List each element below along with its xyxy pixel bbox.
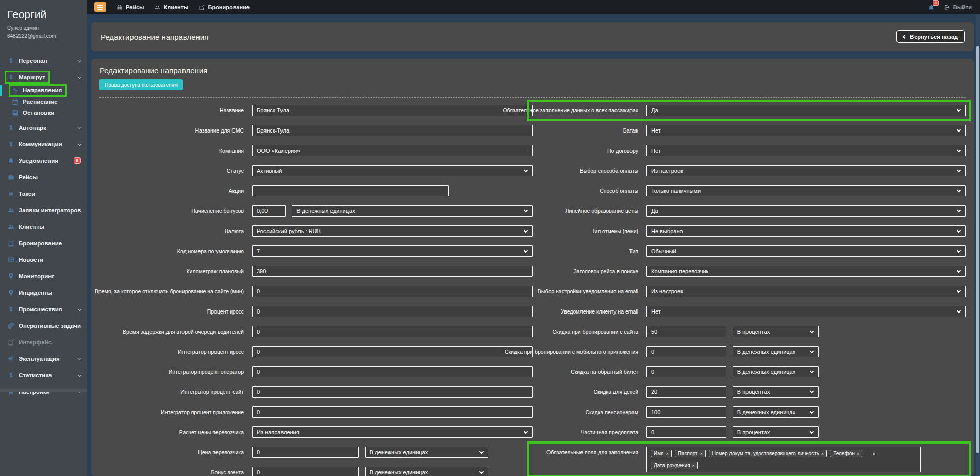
topbar-item[interactable]: Клиенты xyxy=(154,4,188,10)
sidebar-item-inner: Остановки xyxy=(11,109,57,118)
remove-tag-icon[interactable]: × xyxy=(666,451,668,456)
sidebar-item-label: Происшествия xyxy=(19,306,62,313)
select[interactable]: Только наличными xyxy=(646,185,966,196)
dashed-divider xyxy=(99,97,966,98)
select[interactable]: В денежных единицах xyxy=(365,467,488,476)
form-row: Способ оплатыТолько наличными xyxy=(533,185,966,196)
topbar-item[interactable]: Рейсы xyxy=(117,4,144,10)
sidebar-item[interactable]: Статистика xyxy=(0,368,87,383)
select[interactable]: В денежных единицах xyxy=(733,406,819,418)
text-input[interactable] xyxy=(252,386,533,398)
form-row: Время задержки для второй очереди водите… xyxy=(99,326,533,337)
select[interactable]: Нет xyxy=(646,306,966,317)
chevron-down-icon xyxy=(479,450,484,454)
select[interactable]: Да xyxy=(646,105,966,116)
select[interactable]: Из настроек xyxy=(646,286,966,297)
text-input[interactable] xyxy=(252,306,533,317)
text-input[interactable] xyxy=(252,125,533,136)
sidebar-item[interactable]: Коммуникации xyxy=(0,137,87,152)
text-input[interactable] xyxy=(646,386,726,398)
form-row: БагажНет xyxy=(533,125,966,136)
sidebar-item[interactable]: Уведомления0 xyxy=(0,153,87,168)
edit-icon xyxy=(8,339,14,346)
text-input[interactable] xyxy=(252,366,533,377)
select[interactable]: Российский рубль : RUB xyxy=(252,225,533,237)
logout-button[interactable]: Выйти xyxy=(944,4,972,10)
remove-tag-icon[interactable]: × xyxy=(857,451,859,456)
user-permissions-button[interactable]: Права доступа пользователям xyxy=(99,79,183,90)
text-input[interactable] xyxy=(252,346,533,357)
text-input[interactable] xyxy=(252,447,359,458)
sidebar-item[interactable]: Автопарк xyxy=(0,120,87,135)
bell-icon[interactable]: 0 xyxy=(928,4,935,10)
select[interactable]: В процентах xyxy=(733,426,819,438)
sidebar-item[interactable]: Инциденты xyxy=(0,285,87,300)
sidebar-item[interactable]: Заявки интеграторов xyxy=(0,203,87,218)
select[interactable]: В денежных единицах xyxy=(365,447,488,458)
select[interactable]: 7 xyxy=(252,245,533,257)
remove-tag-icon[interactable]: × xyxy=(821,451,824,456)
select[interactable]: В денежных единицах xyxy=(733,346,819,357)
sidebar-item[interactable]: Мониторинг xyxy=(0,269,87,284)
sidebar-item[interactable]: Происшествия xyxy=(0,302,87,317)
remove-tag-icon[interactable]: × xyxy=(692,463,695,468)
sidebar-item[interactable]: Клиенты xyxy=(0,219,87,234)
sidebar-item[interactable]: Направления xyxy=(0,85,87,96)
select[interactable]: Обычный xyxy=(646,245,966,257)
select[interactable]: Активный xyxy=(252,165,533,176)
sidebar-item-inner: Заявки интеграторов xyxy=(7,206,84,215)
hamburger-menu-button[interactable] xyxy=(94,2,106,12)
select[interactable]: Из направления xyxy=(252,426,533,438)
select[interactable]: Да xyxy=(646,205,966,217)
text-input[interactable] xyxy=(252,467,359,476)
page-title: Редактирование направления xyxy=(101,32,208,41)
text-input[interactable] xyxy=(252,185,449,196)
field-label: Валюта xyxy=(99,225,244,234)
text-input[interactable] xyxy=(252,406,533,418)
text-input[interactable] xyxy=(646,326,726,337)
sidebar-item[interactable]: Эксплуатация xyxy=(0,351,87,366)
sidebar-item[interactable]: Остановки xyxy=(0,107,87,119)
tags-input[interactable]: Имя×Паспорт×Номер докум-та, удостоверяющ… xyxy=(646,447,921,472)
sidebar-item-label: Оперативные задачи xyxy=(19,323,81,329)
clear-tags-button[interactable]: x xyxy=(873,451,875,456)
select[interactable]: В процентах xyxy=(733,386,819,398)
text-input[interactable] xyxy=(646,426,726,438)
sidebar-item[interactable]: Такси xyxy=(0,186,87,201)
form-column-right: Обязательное заполнение данных о всех па… xyxy=(533,105,966,476)
select[interactable]: Не выбрано xyxy=(646,225,966,237)
select[interactable]: Нет xyxy=(646,145,966,156)
select[interactable]: Из настроек xyxy=(646,165,966,176)
form-row: Код номера по умолчанию7 xyxy=(99,245,533,257)
select[interactable]: В денежных единицах xyxy=(292,205,533,217)
select[interactable]: В процентах xyxy=(733,326,819,337)
text-input[interactable] xyxy=(252,326,533,337)
text-input[interactable] xyxy=(252,205,286,217)
select[interactable]: Компания-перевозчик xyxy=(646,266,966,277)
text-input[interactable] xyxy=(252,266,533,277)
sidebar-item[interactable]: Расписание xyxy=(0,96,87,107)
sidebar-item[interactable]: Рейсы xyxy=(0,170,87,185)
page-scrollbar[interactable] xyxy=(976,14,980,476)
text-input[interactable] xyxy=(252,105,533,116)
sidebar-item[interactable]: Бронирование xyxy=(0,236,87,251)
field-controls: В денежных единицах xyxy=(646,366,966,377)
text-input[interactable] xyxy=(646,406,726,418)
tag-chip-label: Паспорт xyxy=(678,451,698,456)
text-input[interactable] xyxy=(646,366,726,377)
select[interactable]: Нет xyxy=(646,125,966,136)
sidebar-item[interactable]: Новости xyxy=(0,252,87,267)
text-input[interactable] xyxy=(646,346,726,357)
scrollbar-thumb[interactable] xyxy=(976,46,979,453)
text-input[interactable] xyxy=(252,286,533,297)
topbar-item[interactable]: Бронирование xyxy=(198,4,249,10)
sidebar-item[interactable]: Оперативные задачи xyxy=(0,318,87,333)
sidebar-item[interactable]: Маршрут xyxy=(0,70,87,85)
back-button[interactable]: Вернуться назад xyxy=(896,30,965,43)
sidebar-item[interactable]: Персонал xyxy=(0,53,87,68)
remove-tag-icon[interactable]: × xyxy=(700,451,702,456)
select-clear-icon[interactable]: - xyxy=(526,147,528,153)
select[interactable]: В денежных единицах xyxy=(733,366,819,377)
select[interactable]: ООО «Калерия»- xyxy=(252,145,533,156)
form-row: Скидка при бронировании с мобильного при… xyxy=(533,346,966,357)
